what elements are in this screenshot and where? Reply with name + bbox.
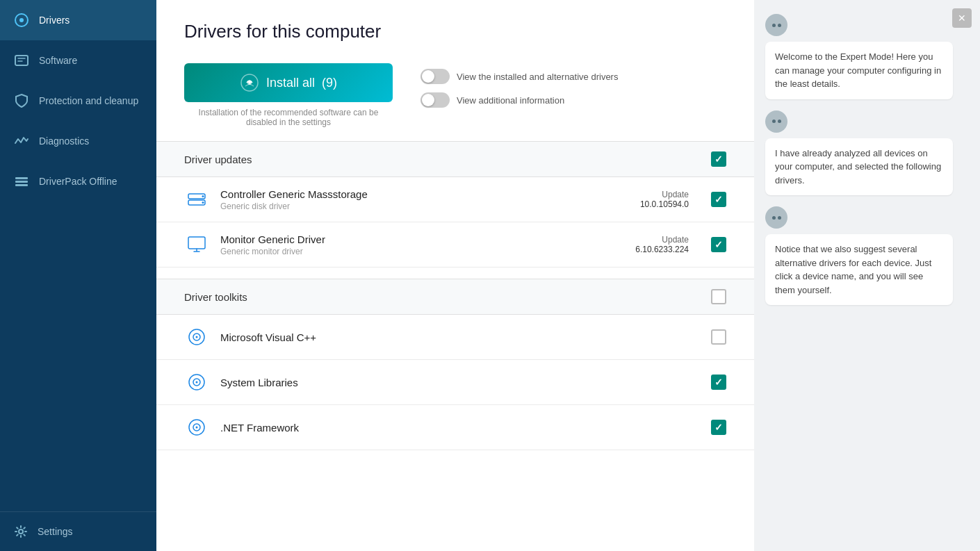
- monitor-update-label: Update: [635, 235, 689, 245]
- toggle-row-1: View the installed and alternative drive…: [420, 69, 618, 84]
- page-header: Drivers for this computer: [156, 0, 754, 56]
- chat-bubble-2: I have already analyzed all devices on y…: [765, 138, 953, 196]
- chat-messages: Welcome to the Expert Mode! Here you can…: [754, 0, 980, 319]
- dot: [778, 24, 781, 27]
- settings-icon: [14, 525, 28, 538]
- vcpp-checkbox[interactable]: [711, 329, 726, 345]
- svg-point-17: [196, 336, 198, 338]
- sidebar-item-software[interactable]: Software: [0, 40, 156, 81]
- svg-point-6: [19, 529, 23, 534]
- chat-bubble-1: Welcome to the Expert Mode! Here you can…: [765, 42, 953, 99]
- toggle-row-2: View additional information: [420, 92, 618, 108]
- svg-point-13: [202, 202, 204, 204]
- driver-row-syslibs[interactable]: System Libraries: [156, 360, 754, 405]
- storage-icon: [184, 187, 209, 212]
- offline-icon: [14, 174, 29, 189]
- syslibs-name: System Libraries: [220, 377, 700, 388]
- section-driver-toolkits: Driver toolkits: [156, 279, 754, 315]
- svg-rect-14: [188, 237, 205, 249]
- drivers-icon: [14, 13, 29, 28]
- sidebar-item-diagnostics[interactable]: Diagnostics: [0, 121, 156, 161]
- sidebar-item-offline-label: DriverPack Offline: [39, 176, 117, 187]
- controller-version: 10.0.10594.0: [640, 199, 689, 209]
- syslibs-icon: [184, 370, 209, 395]
- dot: [778, 216, 781, 220]
- page-title: Drivers for this computer: [184, 21, 726, 42]
- controller-info: Controller Generic Massstorage Generic d…: [220, 188, 629, 211]
- driver-updates-checkbox[interactable]: [711, 151, 726, 167]
- sidebar-item-drivers-label: Drivers: [39, 15, 70, 26]
- dot: [772, 216, 776, 220]
- driver-toolkits-checkbox[interactable]: [711, 289, 726, 304]
- driver-row-controller[interactable]: Controller Generic Massstorage Generic d…: [156, 177, 754, 222]
- syslibs-checkbox[interactable]: [711, 375, 726, 390]
- svg-point-12: [202, 195, 204, 197]
- dot: [772, 24, 776, 27]
- main-content: Drivers for this computer ✦ Install all …: [156, 0, 754, 551]
- section-driver-updates-title: Driver updates: [184, 154, 252, 165]
- svg-point-1: [19, 18, 24, 22]
- install-btn-wrapper: ✦ Install all (9) Installation of the re…: [184, 63, 393, 127]
- install-all-button[interactable]: ✦ Install all (9): [184, 63, 393, 102]
- action-bar: ✦ Install all (9) Installation of the re…: [156, 56, 754, 141]
- chat-panel: ✕ Welcome to the Expert Mode! Here you c…: [754, 0, 980, 551]
- controller-update: Update 10.0.10594.0: [640, 190, 689, 209]
- settings-item[interactable]: Settings: [0, 511, 156, 551]
- dotnet-checkbox[interactable]: [711, 420, 726, 435]
- sidebar-item-protection[interactable]: Protection and cleanup: [0, 81, 156, 121]
- sidebar-item-drivers[interactable]: Drivers: [0, 0, 156, 40]
- toggle-additional-label: View additional information: [457, 95, 564, 106]
- controller-desc: Generic disk driver: [220, 202, 629, 211]
- chat-close-button[interactable]: ✕: [952, 8, 972, 28]
- monitor-desc: Generic monitor driver: [220, 247, 624, 256]
- monitor-name: Monitor Generic Driver: [220, 233, 624, 245]
- sidebar-item-protection-label: Protection and cleanup: [39, 95, 138, 106]
- chat-avatar-2: [765, 110, 787, 133]
- vcpp-icon: [184, 324, 209, 349]
- svg-point-20: [196, 381, 198, 384]
- chat-message-1: Welcome to the Expert Mode! Here you can…: [765, 14, 969, 99]
- dot: [778, 120, 781, 123]
- dotnet-icon: [184, 415, 209, 440]
- section-driver-updates: Driver updates: [156, 141, 754, 177]
- toggle-additional-info[interactable]: [420, 92, 450, 108]
- svg-rect-3: [15, 177, 28, 179]
- chat-avatar-3: [765, 206, 787, 229]
- chat-message-2: I have already analyzed all devices on y…: [765, 110, 969, 196]
- chat-message-3: Notice that we also suggest several alte…: [765, 206, 969, 305]
- controller-name: Controller Generic Massstorage: [220, 188, 629, 200]
- monitor-version: 6.10.6233.224: [635, 245, 689, 254]
- dotnet-info: .NET Framework: [220, 422, 700, 434]
- chat-avatar-dots-3: [772, 216, 781, 220]
- toggle-installed-drivers[interactable]: [420, 69, 450, 84]
- driver-row-monitor[interactable]: Monitor Generic Driver Generic monitor d…: [156, 222, 754, 268]
- monitor-checkbox[interactable]: [711, 237, 726, 252]
- install-note: Installation of the recommended software…: [184, 108, 393, 127]
- settings-label: Settings: [38, 526, 73, 537]
- driver-row-dotnet[interactable]: .NET Framework: [156, 405, 754, 450]
- monitor-icon: [184, 232, 209, 257]
- svg-rect-2: [15, 56, 28, 65]
- sidebar: Drivers Software Protection and cleanup …: [0, 0, 156, 551]
- sidebar-item-offline[interactable]: DriverPack Offline: [0, 161, 156, 202]
- toggles-area: View the installed and alternative drive…: [420, 63, 618, 108]
- vcpp-name: Microsoft Visual C++: [220, 331, 700, 343]
- controller-checkbox[interactable]: [711, 192, 726, 207]
- chat-text-1: Welcome to the Expert Mode! Here you can…: [775, 51, 941, 89]
- install-button-label: Install all: [266, 76, 315, 90]
- svg-text:✦: ✦: [247, 79, 252, 86]
- install-icon: ✦: [240, 73, 259, 92]
- driver-row-vcpp[interactable]: Microsoft Visual C++: [156, 315, 754, 360]
- controller-update-label: Update: [640, 190, 689, 199]
- software-icon: [14, 53, 29, 68]
- dotnet-name: .NET Framework: [220, 422, 700, 434]
- chat-bubble-3: Notice that we also suggest several alte…: [765, 234, 953, 305]
- diagnostics-icon: [14, 133, 29, 149]
- chat-text-3: Notice that we also suggest several alte…: [775, 244, 931, 295]
- chat-avatar-dots-1: [772, 24, 781, 27]
- protection-icon: [14, 93, 29, 108]
- dot: [772, 120, 776, 123]
- svg-point-23: [196, 427, 198, 429]
- syslibs-info: System Libraries: [220, 377, 700, 388]
- section-driver-toolkits-title: Driver toolkits: [184, 291, 247, 303]
